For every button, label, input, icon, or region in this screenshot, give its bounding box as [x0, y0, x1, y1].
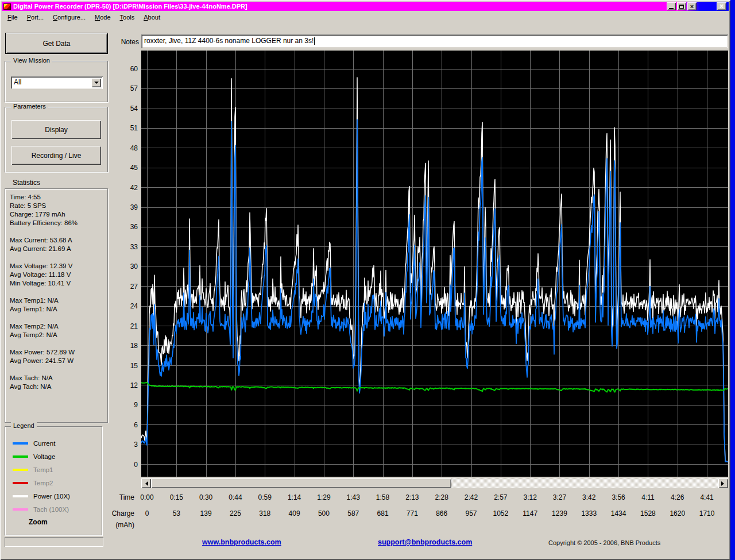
stat-line: Battery Efficiency: 86%	[10, 219, 107, 227]
get-data-label: Get Data	[42, 40, 70, 48]
time-tick-label: 3:42	[574, 493, 604, 501]
minimize-button[interactable]	[667, 2, 676, 10]
notes-text: roxxter, Jive, 11Z 4400-6s noname LOGGER…	[144, 37, 314, 45]
stat-line: Avg Voltage: 11.18 V	[10, 271, 107, 279]
charge-tick-label: 225	[220, 509, 250, 517]
support-email-link[interactable]: support@bnbproducts.com	[378, 538, 472, 546]
charge-axis-caption: Charge	[108, 509, 134, 517]
time-tick-label: 0:15	[161, 493, 191, 501]
time-tick-label: 1:58	[368, 493, 398, 501]
time-tick-label: 3:27	[544, 493, 574, 501]
trace-color-swatch	[13, 469, 28, 471]
y-axis-tick-label: 33	[113, 243, 138, 251]
legend-item-temp1[interactable]: Temp1	[5, 463, 102, 476]
time-tick-label: 3:56	[604, 493, 633, 501]
time-tick-label: 2:28	[427, 493, 457, 501]
charge-tick-label: 318	[250, 509, 280, 517]
minimize-icon	[669, 8, 674, 9]
app-icon	[3, 3, 11, 10]
stat-line: Avg Temp1: N/A	[10, 305, 107, 314]
time-tick-label: 4:41	[692, 493, 722, 501]
trace-color-swatch	[13, 455, 28, 458]
display-button-label: Display	[45, 126, 67, 134]
scroll-right-button[interactable]	[718, 478, 728, 488]
y-axis-tick-label: 21	[113, 322, 138, 330]
time-tick-label: 2:57	[486, 493, 516, 501]
charge-tick-label: 587	[338, 509, 368, 517]
power-chart-canvas[interactable]	[141, 51, 728, 477]
legend-item-label: Tach (100X)	[33, 506, 69, 513]
y-axis-tick-label: 51	[113, 124, 138, 132]
charge-tick-label: 771	[397, 509, 427, 517]
notes-label: Notes	[115, 38, 139, 46]
charge-tick-label: 1239	[544, 509, 574, 517]
recording-live-button-label: Recording / Live	[32, 152, 82, 160]
menu-item-file[interactable]: File	[3, 12, 22, 22]
stat-line: Max Temp1: N/A	[10, 296, 107, 305]
menu-item-configure[interactable]: Configure...	[48, 12, 90, 22]
y-axis-tick-label: 60	[113, 65, 138, 73]
y-axis-tick-label: 36	[113, 223, 138, 231]
time-tick-label: 1:29	[309, 493, 339, 501]
stat-line: Avg Temp2: N/A	[10, 331, 107, 339]
legend-item-voltage[interactable]: Voltage	[5, 450, 102, 463]
y-axis-tick-label: 27	[113, 283, 138, 291]
menu-item-port[interactable]: Port...	[22, 12, 48, 22]
charge-tick-label: 1333	[574, 509, 604, 517]
website-link[interactable]: www.bnbproducts.com	[202, 538, 281, 546]
view-mission-group-label: View Mission	[11, 57, 52, 64]
y-axis-tick-label: 12	[113, 381, 138, 389]
legend-item-label: Temp2	[33, 480, 53, 486]
get-data-button[interactable]: Get Data	[5, 33, 108, 54]
time-tick-label: 0:59	[250, 493, 280, 501]
scroll-left-button[interactable]	[141, 478, 151, 488]
stat-line: Avg Tach: N/A	[10, 383, 107, 391]
stat-line	[10, 288, 107, 296]
charge-axis-unit: (mAh)	[108, 521, 134, 529]
stat-line: Min Voltage: 10.41 V	[10, 279, 107, 288]
close-window-button[interactable]: ×	[717, 2, 726, 10]
text-caret	[314, 37, 315, 45]
status-strip	[5, 537, 103, 547]
scrollbar-thumb[interactable]	[151, 478, 451, 488]
time-tick-label: 2:13	[397, 493, 427, 501]
parameters-group: Parameters Display Recording / Live	[5, 107, 108, 172]
time-tick-label: 1:14	[280, 493, 310, 501]
display-button[interactable]: Display	[11, 120, 101, 139]
legend-group: Legend CurrentVoltageTemp1Temp2Power (10…	[5, 426, 102, 535]
charge-tick-label: 1434	[604, 509, 633, 517]
view-mission-combobox[interactable]: All	[11, 76, 103, 89]
stat-line: Max Tach: N/A	[10, 374, 107, 383]
menu-item-tools[interactable]: Tools	[115, 12, 140, 22]
charge-tick-label: 1052	[486, 509, 516, 517]
stat-line: Time: 4:55	[10, 193, 107, 202]
restore-button[interactable]	[677, 2, 686, 10]
charge-tick-label: 500	[309, 509, 339, 517]
recording-live-button[interactable]: Recording / Live	[11, 146, 101, 165]
stat-line	[10, 314, 107, 322]
charge-tick-label: 957	[457, 509, 486, 517]
charge-tick-label: 1528	[633, 509, 663, 517]
combobox-dropdown-button[interactable]	[91, 78, 101, 87]
y-axis-tick-label: 24	[113, 302, 138, 310]
charge-tick-label: 1710	[692, 509, 722, 517]
legend-items: CurrentVoltageTemp1Temp2Power (10X)Tach …	[5, 437, 102, 528]
title-bar: Digital Power Recorder (DPR-50) [D:\DPR\…	[2, 2, 729, 11]
menu-item-mode[interactable]: Mode	[90, 12, 115, 22]
charge-tick-label: 409	[280, 509, 310, 517]
time-tick-label: 0:00	[132, 493, 162, 501]
legend-item-current[interactable]: Current	[5, 437, 102, 450]
legend-item-temp2[interactable]: Temp2	[5, 476, 102, 489]
close-button[interactable]: ×	[687, 2, 697, 10]
stat-line: Max Power: 572.89 W	[10, 348, 107, 357]
notes-input[interactable]: roxxter, Jive, 11Z 4400-6s noname LOGGER…	[141, 34, 728, 48]
stat-line	[10, 227, 107, 236]
trace-color-swatch	[13, 495, 28, 497]
chart-horizontal-scrollbar[interactable]	[141, 478, 728, 488]
menu-item-about[interactable]: About	[139, 12, 165, 22]
legend-item-power[interactable]: Power (10X)	[5, 489, 102, 503]
app-window: Digital Power Recorder (DPR-50) [D:\DPR\…	[0, 0, 730, 560]
legend-item-label: Temp1	[33, 466, 53, 473]
y-axis-tick-label: 45	[113, 164, 138, 172]
legend-item-tach[interactable]: Tach (100X)	[5, 503, 102, 516]
